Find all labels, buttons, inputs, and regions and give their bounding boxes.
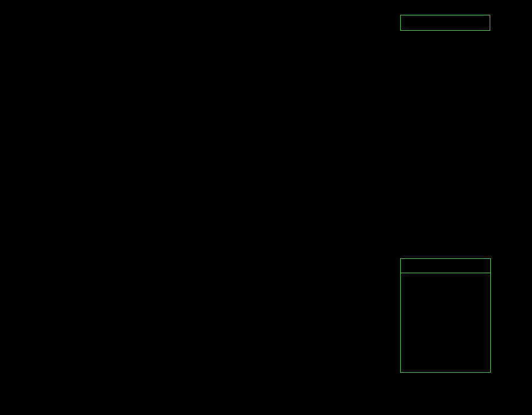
aip-table-header — [401, 259, 490, 273]
autoscala-table-header — [401, 15, 490, 30]
autoscala-window — [0, 0, 532, 415]
aip-table — [400, 258, 491, 373]
autoscala-table — [400, 15, 490, 31]
